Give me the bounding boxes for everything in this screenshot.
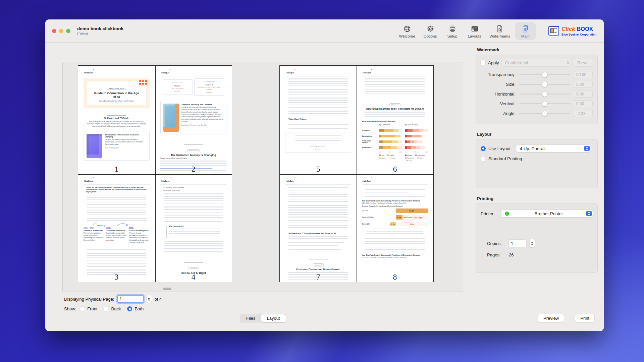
intro-badge: Introduction <box>187 149 200 152</box>
chart-by-command: By Command 0%50%100% Tone Expand Rewrite… <box>379 124 402 162</box>
page-thumbnail-1: HubSpot Industry Guide Series Guide to C… <box>78 66 155 174</box>
use-layout-label: Use Layout: <box>488 146 512 151</box>
app-window: demo book.clickbook Edited Welcome Optio… <box>45 19 604 331</box>
angle-value[interactable]: -2.23 <box>574 110 593 117</box>
decorative-dots <box>139 80 147 85</box>
guide-subtitle: How to Drive Growth in the Software and … <box>90 100 143 102</box>
horizontal-value[interactable]: 0.00 <box>574 90 593 98</box>
apply-label: Apply <box>488 60 499 65</box>
updown-chevrons-icon <box>586 211 592 216</box>
copies-input[interactable] <box>509 240 526 247</box>
hubspot-logo: HubSpot <box>286 180 296 182</box>
transparency-value[interactable]: 50.00 <box>574 71 593 78</box>
legend-by-command: Tone Expand Rewrite Shorten <box>379 155 402 159</box>
preview-button[interactable]: Preview <box>538 314 564 322</box>
appendix-card: Appendix: Inventory and Checklist In ord… <box>160 101 226 134</box>
angle-slider[interactable] <box>519 113 570 114</box>
reset-button[interactable]: Reset <box>573 59 593 66</box>
connector-quote: What's a Connector? <box>166 226 220 238</box>
page-total-label: of 4 <box>155 297 162 302</box>
chapter-badge: Chapter 2 <box>389 103 400 106</box>
show-back-radio[interactable]: Back <box>104 306 121 311</box>
page-number-6: 6 <box>357 165 433 173</box>
layouts-icon <box>470 24 479 33</box>
intro-heading: The Customer Journey is Changing <box>160 154 226 157</box>
brand-logo: Click BOOK Blue Squirrel Corporation <box>548 26 596 36</box>
show-row: Show: Front Back Both <box>64 306 147 311</box>
toolbar-options[interactable]: Options <box>420 22 441 40</box>
hero-card: Industry Guide Series Guide to Connectio… <box>84 78 150 108</box>
chapter-badge: Chapter 1 <box>188 267 199 270</box>
section-body: With the expansion of AI, it's time to r… <box>86 121 148 128</box>
chapter-heading: How HubSpot Software and IT Connectors A… <box>363 108 427 110</box>
tab-files[interactable]: Files <box>240 314 261 322</box>
size-value[interactable]: 0.00 <box>574 81 593 88</box>
copies-label: Copies: <box>487 241 505 246</box>
standard-printing-radio[interactable] <box>481 156 486 161</box>
gear-icon <box>426 24 435 33</box>
hubspot-logo: HubSpot <box>84 180 94 182</box>
brand-book: BOOK <box>577 26 593 32</box>
use-layout-radio[interactable] <box>481 146 486 151</box>
layout-preview-panel: HubSpot Industry Guide Series Guide to C… <box>62 62 463 292</box>
tab-layout[interactable]: Layout <box>261 314 285 322</box>
plans-heading: Software and IT Companies Have Big Plans… <box>288 232 348 235</box>
page-number-4: 4 <box>155 273 232 281</box>
layout-select[interactable]: 4-Up, Portrait <box>516 145 591 152</box>
hubspot-logo: HubSpot <box>161 180 171 182</box>
page-thumbnail-2: HubSpot ‹ 1 Chapter 1 How to Get AI Righ… <box>155 66 232 174</box>
page-number-8: 8 <box>357 273 433 281</box>
transparency-slider[interactable] <box>519 74 570 75</box>
print-button[interactable]: Print <box>575 314 594 322</box>
show-front-radio[interactable]: Front <box>80 306 97 311</box>
brand-tagline: Blue Squirrel Corporation <box>561 33 596 36</box>
toolbar-main[interactable]: Main <box>515 22 536 40</box>
vertical-value[interactable]: 0.00 <box>574 100 593 107</box>
guide-title: Guide to Connection in the Age of AI <box>93 92 140 99</box>
watermark-icon <box>495 24 504 33</box>
zoom-button[interactable] <box>66 29 70 33</box>
toolbar-watermarks[interactable]: Watermarks <box>486 22 514 40</box>
pager-row: Displaying Physical Page: of 4 <box>64 295 162 303</box>
minimize-button[interactable] <box>59 29 63 33</box>
page-number-3: 3 <box>78 273 155 281</box>
book-icon <box>548 26 559 36</box>
page-stepper[interactable] <box>147 295 152 303</box>
illustration-blue <box>163 104 179 132</box>
toolbar-layouts[interactable]: Layouts <box>464 22 485 40</box>
timeline: 1990s - 2000s Access to Information The … <box>84 227 150 244</box>
hubspot-logo: HubSpot <box>363 72 372 74</box>
hubspot-logo: HubSpot <box>286 72 296 74</box>
page-thumbnail-6: HubSpot Chapter 2 How HubSpot Software a… <box>357 66 433 174</box>
horizontal-slider[interactable] <box>519 94 570 95</box>
vertical-slider[interactable] <box>519 103 570 104</box>
page-number-7: 7 <box>280 273 357 281</box>
illustration-purple <box>87 134 102 158</box>
value-over-volume-heading: Value Over Volume <box>288 118 348 121</box>
toolbar-welcome[interactable]: Welcome <box>396 22 419 40</box>
page-number-1: 1 <box>78 165 155 173</box>
titlebar: demo book.clickbook Edited Welcome Optio… <box>45 19 604 43</box>
toolbar: Welcome Options Setup Layouts <box>396 22 536 40</box>
chapter-heading: Customer Connection Drives Growth <box>285 268 351 271</box>
document-icon <box>521 24 530 33</box>
size-slider[interactable] <box>519 84 570 85</box>
printer-select[interactable]: Brother Printer <box>501 210 593 217</box>
show-both-radio[interactable]: Both <box>127 306 144 311</box>
horizontal-scrollbar-thumb[interactable] <box>163 288 171 290</box>
physical-page-input[interactable] <box>117 295 144 303</box>
printing-panel: Printer: Brother Printer Copies: Pages: <box>476 203 598 273</box>
section-heading: Software and IT Guide <box>84 117 150 119</box>
apply-watermark-checkbox[interactable] <box>481 60 485 65</box>
updown-chevrons-icon <box>584 146 590 151</box>
page-thumbnail-5: HubSpot Value Over Volume PATRICK GILLOO… <box>280 66 357 174</box>
watermark-preset-select[interactable]: Confidential <box>502 59 571 66</box>
globe-icon <box>403 24 412 33</box>
close-button[interactable] <box>52 29 56 33</box>
toolbar-setup[interactable]: Setup <box>442 22 463 40</box>
copies-stepper[interactable] <box>530 239 535 247</box>
watermark-panel: Apply Confidential Reset Transparency: 5… <box>476 55 598 124</box>
page-thumbnail-4: HubSpot But you're not most companies. Y… <box>155 174 232 282</box>
view-switch: Files Layout <box>240 314 286 322</box>
timeline-arrows <box>84 223 150 227</box>
